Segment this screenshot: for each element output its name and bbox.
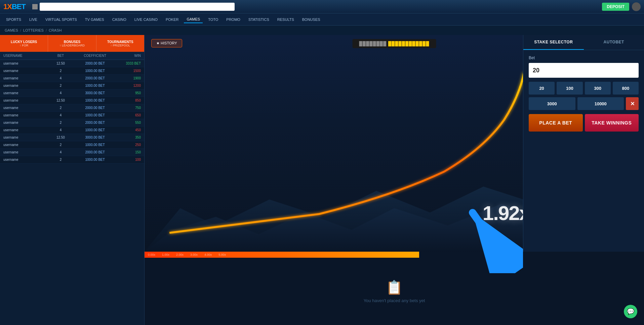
table-row: username 4 1000.00 BET 450 xyxy=(0,127,144,134)
table-row: username 4 3000.00 BET 950 xyxy=(0,89,144,97)
nav-promo[interactable]: PROMO xyxy=(224,16,243,23)
prog-label-1: 1.00x xyxy=(162,253,169,256)
deposit-button[interactable]: DEPOSIT xyxy=(602,3,629,11)
tab-autobet[interactable]: AUTOBET xyxy=(584,35,644,50)
table-row: username 2 1000.00 BET 1500 xyxy=(0,67,144,75)
breadcrumb-sep1: / xyxy=(20,28,21,32)
tab-bonuses[interactable]: BONUSES ↑ LEADERBOARD xyxy=(48,35,96,52)
table-row: username 12.50 1000.00 BET 850 xyxy=(0,97,144,104)
right-panel: ★ HISTORY ████████ ████████████ xyxy=(145,35,644,325)
multiplier-display: 1.92x xyxy=(483,202,530,225)
game-banner: ████████ ████████████ xyxy=(353,39,436,48)
action-buttons: PLACE A BET TAKE WINNINGS xyxy=(529,114,639,132)
quick-bet-3000[interactable]: 3000 xyxy=(529,97,575,110)
prog-label-3: 3.00x xyxy=(190,253,198,256)
nav-sports[interactable]: SPORTS xyxy=(3,16,24,23)
top-bar: 1XBET DEPOSIT xyxy=(0,0,644,13)
take-winnings-button[interactable]: TAKE WINNINGS xyxy=(585,114,639,132)
prog-label-0: 0.00x xyxy=(148,253,155,256)
table-header: USERNAME BET COEFFICIENT WIN xyxy=(0,52,144,60)
quick-bet-100[interactable]: 100 xyxy=(557,82,582,95)
game-area: ★ HISTORY ████████ ████████████ xyxy=(145,35,644,252)
history-bar[interactable]: ★ HISTORY xyxy=(151,39,182,47)
secondary-nav: SPORTS LIVE VIRTUAL SPORTS TV GAMES CASI… xyxy=(0,13,644,26)
breadcrumb-crash[interactable]: CRASH xyxy=(49,28,62,32)
nav-bonuses[interactable]: BONUSES xyxy=(299,16,323,23)
user-avatar-small xyxy=(32,4,38,9)
nav-virtual[interactable]: VIRTUAL SPORTS xyxy=(43,16,80,23)
table-row: username 2 1000.00 BET 250 xyxy=(0,141,144,149)
stake-body: Bet 20 100 300 800 3000 10000 ✕ PLA xyxy=(523,50,644,252)
table-row: username 4 2000.00 BET 150 xyxy=(0,149,144,156)
bet-input[interactable] xyxy=(529,63,639,78)
table-row: username 4 2000.00 BET 1900 xyxy=(0,75,144,82)
table-row: username 2 1000.00 BET 1200 xyxy=(0,82,144,89)
history-label: ★ HISTORY xyxy=(156,41,177,45)
table-row: username 2 1000.00 BET 100 xyxy=(0,156,144,164)
header-username: USERNAME xyxy=(3,54,49,58)
header-win: WIN xyxy=(118,54,141,58)
nav-results[interactable]: RESULTS xyxy=(275,16,297,23)
table-row: username 4 1000.00 BET 650 xyxy=(0,112,144,119)
clear-bet-button[interactable]: ✕ xyxy=(626,97,639,110)
table-row: username 2 2000.00 BET 550 xyxy=(0,119,144,127)
prog-label-4: 4.00x xyxy=(204,253,212,256)
place-bet-button[interactable]: PLACE A BET xyxy=(529,114,583,132)
quick-bet-20[interactable]: 20 xyxy=(529,82,555,95)
search-bar[interactable] xyxy=(40,3,235,11)
table-row: username 2 2000.00 BET 750 xyxy=(0,104,144,112)
quick-bet-300[interactable]: 300 xyxy=(585,82,611,95)
breadcrumb-sep2: / xyxy=(46,28,47,32)
quick-bet-10000[interactable]: 10000 xyxy=(577,97,624,110)
lower-game: 📋 You haven't placed any bets yet xyxy=(145,258,644,325)
quick-bets-row-2: 3000 10000 ✕ xyxy=(529,97,639,110)
no-bets-icon: 📋 xyxy=(364,280,425,295)
support-button[interactable]: 💬 xyxy=(624,305,637,318)
prog-label-2: 2.00x xyxy=(176,253,184,256)
left-panel: LUCKY LOSERS ↑ FOR BONUSES ↑ LEADERBOARD… xyxy=(0,35,145,325)
breadcrumb-games[interactable]: GAMES xyxy=(5,28,18,32)
progress-area: 0.00x 1.00x 2.00x 3.00x 4.00x 5.00x xyxy=(145,252,644,258)
breadcrumb-lotteries[interactable]: LOTTERIES xyxy=(23,28,44,32)
tab-lucky-losers[interactable]: LUCKY LOSERS ↑ FOR xyxy=(0,35,48,52)
table-row: username 12.50 2000.00 BET 3333 BET xyxy=(0,60,144,67)
support-icon: 💬 xyxy=(627,308,634,315)
nav-livecasino[interactable]: LIVE CASINO xyxy=(132,16,160,23)
nav-tv[interactable]: TV GAMES xyxy=(82,16,107,23)
nav-games[interactable]: GAMES xyxy=(184,16,203,23)
bet-label: Bet xyxy=(529,56,639,60)
stake-panel: STAKE SELECTOR AUTOBET Bet 20 100 300 80… xyxy=(523,35,644,252)
nav-stats[interactable]: STATISTICS xyxy=(246,16,272,23)
table-body: username 12.50 2000.00 BET 3333 BET user… xyxy=(0,60,144,325)
quick-bet-800[interactable]: 800 xyxy=(613,82,639,95)
table-row: username 12.50 3000.00 BET 350 xyxy=(0,134,144,141)
left-panel-tabs: LUCKY LOSERS ↑ FOR BONUSES ↑ LEADERBOARD… xyxy=(0,35,144,52)
logo: 1XBET xyxy=(3,2,26,11)
quick-bets-row-1: 20 100 300 800 xyxy=(529,82,639,95)
progress-labels: 0.00x 1.00x 2.00x 3.00x 4.00x 5.00x xyxy=(145,252,644,258)
nav-toto[interactable]: TOTO xyxy=(205,16,221,23)
header-bet: BET xyxy=(49,54,72,58)
tab-stake-selector[interactable]: STAKE SELECTOR xyxy=(523,35,584,50)
prog-label-5: 5.00x xyxy=(218,253,226,256)
nav-poker[interactable]: POKER xyxy=(163,16,182,23)
tab-tournaments[interactable]: TOURNAMENTS ↑ PRIZEPOOL xyxy=(96,35,144,52)
nav-live[interactable]: LIVE xyxy=(27,16,40,23)
breadcrumb: GAMES / LOTTERIES / CRASH xyxy=(0,26,644,35)
main-layout: LUCKY LOSERS ↑ FOR BONUSES ↑ LEADERBOARD… xyxy=(0,35,644,325)
stake-tabs: STAKE SELECTOR AUTOBET xyxy=(523,35,644,50)
no-bets-message: You haven't placed any bets yet xyxy=(364,298,425,303)
no-bets-container: 📋 You haven't placed any bets yet xyxy=(364,280,425,303)
header-coeff: COEFFICIENT xyxy=(72,54,118,58)
user-avatar xyxy=(632,2,641,11)
nav-casino[interactable]: CASINO xyxy=(110,16,129,23)
